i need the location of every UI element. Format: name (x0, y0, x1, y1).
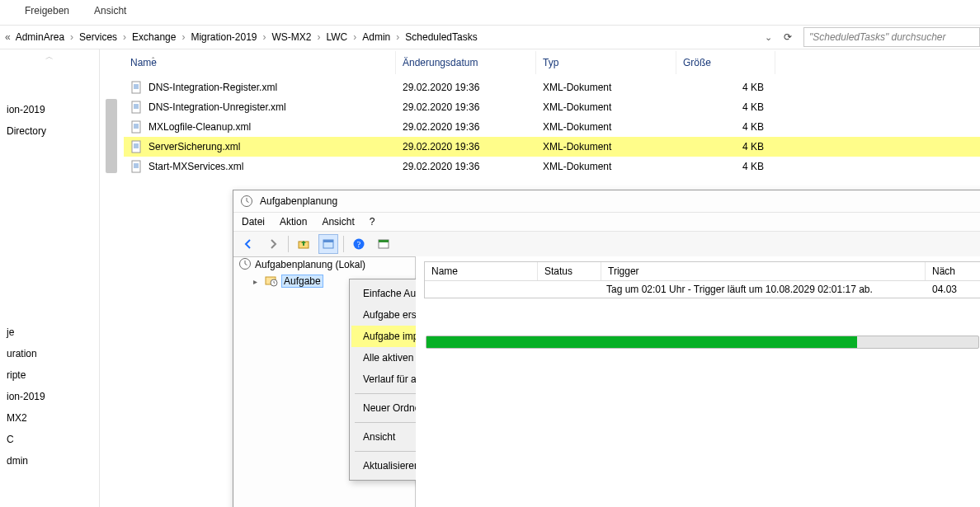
refresh-icon[interactable]: ⟳ (777, 31, 799, 43)
file-name: MXLogfile-Cleanup.xml (148, 121, 251, 133)
nav-item[interactable]: ion-2019 (0, 386, 99, 407)
nav-item[interactable]: ion-2019 (0, 99, 99, 120)
breadcrumb-segment[interactable]: Services (76, 26, 120, 48)
breadcrumb[interactable]: AdminArea›Services›Exchange›Migration-20… (12, 26, 760, 48)
svg-rect-1 (132, 101, 140, 113)
menu-view[interactable]: Ansicht (322, 216, 354, 228)
file-size: 4 KB (676, 82, 775, 93)
xml-file-icon (130, 120, 144, 134)
breadcrumb-segment[interactable]: ScheduledTasks (402, 26, 480, 48)
calendar-icon[interactable] (374, 234, 393, 254)
nav-item[interactable]: uration (0, 343, 99, 364)
breadcrumb-segment[interactable]: WS-MX2 (269, 26, 315, 48)
nav-item[interactable]: ripte (0, 364, 99, 386)
chevron-right-icon: › (393, 31, 402, 43)
column-headers[interactable]: Name Änderungsdatum Typ Größe (124, 51, 980, 74)
col-size[interactable]: Größe (676, 51, 775, 74)
menu-action[interactable]: Aktion (280, 216, 307, 228)
clock-icon (240, 195, 253, 208)
chevron-right-icon: › (120, 31, 129, 43)
tree-library-label: Aufgabe (281, 275, 323, 288)
chevron-right-icon: › (261, 31, 269, 43)
dropdown-chevron-icon[interactable]: ⌄ (760, 32, 777, 43)
breadcrumb-segment[interactable]: Migration-2019 (187, 26, 260, 48)
file-row[interactable]: Start-MXServices.xml29.02.2020 19:36XML-… (124, 157, 980, 176)
xml-file-icon (130, 101, 144, 114)
chevron-right-icon: › (351, 31, 359, 43)
tree-root-label: Aufgabenplanung (Lokal) (255, 259, 365, 270)
ribbon-tab-view[interactable]: Ansicht (94, 5, 126, 16)
menu-help[interactable]: ? (370, 216, 375, 228)
tcol-status[interactable]: Status (538, 262, 601, 280)
ribbon-tabs: Freigeben Ansicht (0, 0, 980, 21)
file-row[interactable]: DNS-Integration-Register.xml29.02.2020 1… (124, 77, 980, 97)
loading-progress (426, 336, 979, 349)
file-row[interactable]: ServerSicherung.xml29.02.2020 19:36XML-D… (124, 137, 980, 157)
address-bar: « AdminArea›Services›Exchange›Migration-… (0, 25, 980, 49)
clock-icon (238, 257, 252, 273)
scroll-up-icon[interactable]: ︿ (45, 51, 54, 63)
task-list: Name Status Trigger Näch Tag um 02:01 Uh… (416, 256, 980, 507)
file-type: XML-Dokument (536, 141, 676, 153)
nav-item[interactable]: MX2 (0, 407, 99, 429)
file-date: 29.02.2020 19:36 (396, 101, 536, 113)
breadcrumb-segment[interactable]: AdminArea (12, 26, 68, 48)
file-list: Name Änderungsdatum Typ Größe DNS-Integr… (124, 51, 980, 176)
file-name: DNS-Integration-Register.xml (148, 82, 277, 93)
search-placeholder: "ScheduledTasks" durchsucher (809, 31, 946, 43)
svg-rect-2 (132, 121, 140, 133)
tree-root[interactable]: Aufgabenplanung (Lokal) (233, 256, 415, 273)
up-folder-icon[interactable] (294, 234, 313, 254)
chevron-right-icon: › (179, 31, 187, 43)
help-icon[interactable]: ? (349, 234, 369, 254)
properties-pane-icon[interactable] (318, 234, 338, 254)
file-size: 4 KB (676, 121, 775, 133)
chevron-right-icon: › (68, 31, 76, 43)
xml-file-icon (130, 81, 144, 94)
nav-item[interactable]: je (0, 322, 99, 343)
breadcrumb-segment[interactable]: Admin (359, 26, 393, 48)
file-name: ServerSicherung.xml (148, 141, 240, 153)
task-row[interactable]: Tag um 02:01 Uhr - Trigger läuft um 10.0… (425, 281, 980, 298)
svg-rect-3 (132, 141, 140, 153)
tcol-name[interactable]: Name (425, 262, 538, 280)
task-list-headers[interactable]: Name Status Trigger Näch (425, 262, 980, 281)
nav-back-icon[interactable] (238, 234, 258, 254)
svg-rect-8 (323, 240, 333, 242)
window-toolbar: ? (233, 231, 980, 257)
svg-rect-4 (132, 161, 140, 172)
file-type: XML-Dokument (536, 82, 676, 93)
search-input[interactable]: "ScheduledTasks" durchsucher (803, 27, 980, 47)
file-name: Start-MXServices.xml (148, 161, 243, 172)
nav-item[interactable]: dmin (0, 450, 99, 472)
file-row[interactable]: DNS-Integration-Unregister.xml29.02.2020… (124, 97, 980, 117)
nav-forward-icon[interactable] (263, 234, 283, 254)
file-size: 4 KB (676, 141, 775, 153)
file-size: 4 KB (676, 101, 775, 113)
tcol-next[interactable]: Näch (926, 262, 980, 280)
col-name[interactable]: Name (124, 51, 396, 74)
xml-file-icon (130, 160, 144, 173)
history-chevrons-icon[interactable]: « (5, 31, 11, 43)
nav-item[interactable]: C (0, 429, 99, 450)
ribbon-tab-share[interactable]: Freigeben (25, 5, 69, 16)
col-type[interactable]: Typ (536, 51, 676, 74)
breadcrumb-segment[interactable]: Exchange (129, 26, 179, 48)
file-type: XML-Dokument (536, 101, 676, 113)
task-scheduler-window: Aufgabenplanung Datei Aktion Ansicht ? ? (233, 190, 980, 507)
folder-clock-icon (265, 274, 278, 289)
expand-icon[interactable]: ▸ (253, 277, 261, 286)
breadcrumb-segment[interactable]: LWC (323, 26, 351, 48)
window-menubar[interactable]: Datei Aktion Ansicht ? (233, 213, 980, 231)
tcol-trigger[interactable]: Trigger (601, 262, 926, 280)
task-trigger: Tag um 02:01 Uhr - Trigger läuft um 10.0… (600, 284, 926, 295)
col-date[interactable]: Änderungsdatum (396, 51, 536, 74)
file-date: 29.02.2020 19:36 (396, 121, 536, 133)
scrollbar-thumb[interactable] (106, 99, 117, 173)
window-titlebar[interactable]: Aufgabenplanung (233, 190, 980, 213)
menu-file[interactable]: Datei (242, 216, 265, 228)
file-row[interactable]: MXLogfile-Cleanup.xml29.02.2020 19:36XML… (124, 117, 980, 137)
task-tree[interactable]: Aufgabenplanung (Lokal) ▸ Aufgabe Einfac… (233, 256, 416, 507)
file-date: 29.02.2020 19:36 (396, 82, 536, 93)
nav-item[interactable]: Directory (0, 120, 99, 142)
